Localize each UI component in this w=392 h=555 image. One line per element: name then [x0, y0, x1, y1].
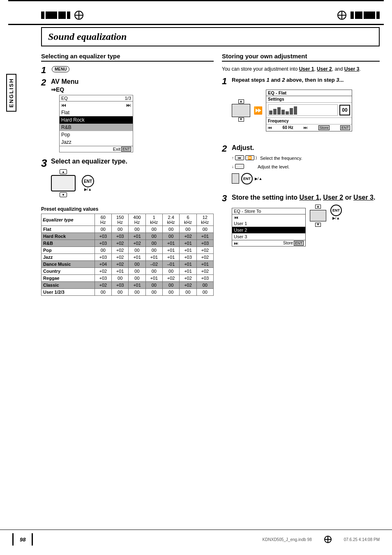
adjust-indicator: ) [256, 156, 257, 160]
th-24khz: 2.4kHz [162, 214, 179, 226]
val-flat-400: 00 [129, 226, 145, 233]
store-diagram: EQ - Store To ⏮ User 1 User 2 User 3 ⏭ S… [232, 205, 380, 250]
device-control: ▲ ▼ [51, 169, 76, 197]
val-rnb-24k: +01 [162, 240, 179, 247]
store-user1: User 1 [299, 194, 319, 201]
table-row: Pop 00 +02 00 00 +01 +01 +02 [42, 247, 214, 254]
val-re-6k: +02 [180, 275, 196, 282]
val-hr-12k: +01 [196, 233, 213, 240]
up-btn: ▲ [238, 99, 244, 104]
val-co-1k: 00 [145, 268, 162, 275]
th-60hz: 60Hz [95, 214, 111, 226]
storing-intro: You can store your adjustment into User … [222, 66, 380, 73]
val-rnb-6k: +01 [180, 240, 196, 247]
down-btn: ▼ [238, 117, 244, 122]
store-ent-circle: ENT [330, 205, 342, 216]
eq-menu-title: EQ [61, 96, 68, 101]
eq-type-country: Country [42, 268, 95, 275]
val-jazz-60: +03 [95, 254, 111, 261]
page-footer: 98 KDNXD505_J_eng.indb 98 07.6.25 4:14:0… [0, 530, 392, 549]
val-hr-6k: +02 [180, 233, 196, 240]
val-pop-150: +02 [112, 247, 129, 254]
val-co-24k: 00 [162, 268, 179, 275]
store-to-screen: EQ - Store To ⏮ User 1 User 2 User 3 ⏭ S… [232, 208, 306, 246]
right-step1-content: Repeat steps 1 and 2 above, then in step… [232, 77, 380, 138]
right-step3-number: 3 [222, 194, 229, 203]
footer-left: 98 [12, 533, 33, 546]
val-cl-1k: 00 [145, 282, 162, 289]
step2: 2 AV Menu ⇒EQ EQ 1/3 ⏮ [41, 78, 214, 154]
eq-type-jazz: Jazz [42, 254, 95, 261]
val-jazz-1k: +01 [145, 254, 162, 261]
intro-and: , and [332, 66, 344, 72]
eq-bar5 [286, 111, 289, 115]
eq-menu-nav: ⏮ ⏭ [60, 101, 133, 109]
right-bars [350, 12, 380, 19]
eq-item-jazz: Jazz [60, 138, 133, 146]
val-re-60: +03 [95, 275, 111, 282]
up-control: ⏮ [235, 155, 244, 160]
table-row: Reggae +03 00 00 +01 +02 +02 +03 [42, 275, 214, 282]
freq-nav-row: ⏮ 60 Hz ⏭ Store ENT [266, 124, 352, 131]
right-step1-number: 1 [222, 77, 229, 86]
store-btn-area: Store ENT [283, 241, 304, 246]
val-pop-24k: +01 [162, 247, 179, 254]
step2-content: AV Menu ⇒EQ EQ 1/3 ⏮ ⏭ [51, 78, 214, 154]
store-text: Store the setting into User 1, User 2 or… [232, 194, 380, 201]
step3: 3 Select an equalizer type. ▲ ▼ ENT ▶/▲ [41, 158, 214, 201]
val-co-150: +01 [112, 268, 129, 275]
val-co-6k: +01 [180, 268, 196, 275]
th-12khz: 12kHz [196, 214, 213, 226]
footer-file: KDNXD505_J_eng.indb 98 [263, 537, 312, 542]
ent-circle: ENT [82, 175, 94, 187]
eq-type-user: User 1/2/3 [42, 289, 95, 296]
ent-btn2: ENT [241, 173, 253, 184]
down-arrow-btn: ▼ [60, 192, 67, 197]
eq-type-pop: Pop [42, 247, 95, 254]
eq-type-dance: Dance Music [42, 261, 95, 268]
down-arrow: ↓ [232, 164, 234, 169]
footer-border-left [12, 533, 14, 546]
adjust-controls: ↑ ⏮ ⏩ ) Select the frequency. [232, 155, 380, 170]
right-section-header: Storing your own adjustment [222, 53, 380, 62]
val-us-24k: 00 [162, 289, 179, 296]
store-footer-nav: ⏭ Store ENT [232, 240, 305, 246]
eq-type-reggae: Reggae [42, 275, 95, 282]
th-1khz: 1kHz [145, 214, 162, 226]
val-dm-1k: –02 [145, 261, 162, 268]
store-prev: ⏮ [234, 215, 238, 220]
next-arrow: ⏭ [126, 102, 131, 108]
val-rnb-400: +02 [129, 240, 145, 247]
menu-button: MENU [52, 66, 69, 72]
val-re-150: 00 [112, 275, 129, 282]
eq-menu-footer: Exit ENT [60, 146, 133, 152]
ent-store-btn: ENT [340, 125, 350, 130]
eq-type-rnb: R&B [42, 240, 95, 247]
step3-content: Select an equalizer type. ▲ ▼ ENT ▶/▲ [51, 158, 214, 201]
val-co-400: 00 [129, 268, 145, 275]
table-row: Dance Music +04 +02 00 –02 –01 +01 +01 [42, 261, 214, 268]
av-menu-text: AV Menu [51, 78, 214, 85]
step3-diagram: ▲ ▼ ENT ▶/▲ [51, 169, 214, 197]
store-user2: User 2 [323, 194, 343, 201]
eq-menu-page: 1/3 [125, 96, 131, 101]
val-flat-6k: 00 [180, 226, 196, 233]
val-jazz-12k: +02 [196, 254, 213, 261]
device-small [232, 173, 239, 184]
val-hr-24k: 00 [162, 233, 179, 240]
val-flat-1k: 00 [145, 226, 162, 233]
store-play-symbol: ▶/▲ [332, 216, 340, 220]
val-jazz-6k: +03 [180, 254, 196, 261]
store-device-body [310, 210, 326, 221]
table-row: Flat 00 00 00 00 00 00 00 [42, 226, 214, 233]
val-flat-24k: 00 [162, 226, 179, 233]
right-step2-number: 2 [222, 144, 229, 153]
eq-type-hardrock: Hard Rock [42, 233, 95, 240]
footer-date: 07.6.25 4:14:08 PM [344, 537, 380, 542]
freq-next: ⏭ [304, 125, 308, 130]
device-body [51, 175, 76, 191]
bar6 [355, 12, 362, 19]
eq-type-classic: Classic [42, 282, 95, 289]
store-btn: Store [318, 125, 330, 130]
intro-period: . [359, 66, 360, 72]
